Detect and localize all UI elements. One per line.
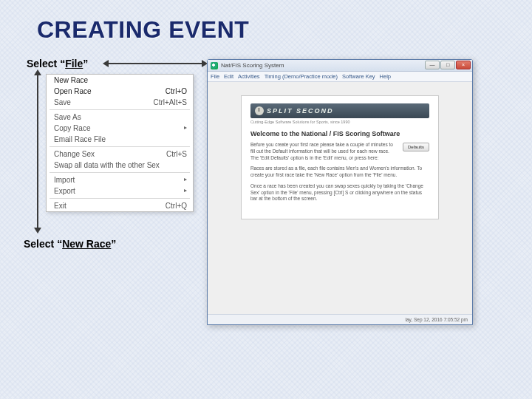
menu-item[interactable]: ExitCtrl+Q [47,200,193,211]
menu-item[interactable]: Save As [47,112,193,123]
menu-item[interactable]: Change SexCtrl+S [47,149,193,160]
arrow-to-file-menu [107,63,203,64]
submenu-arrow-icon: ▸ [184,124,187,132]
panel-heading: Welcome to the National / FIS Scoring So… [250,130,429,137]
arrow-to-new-race [37,74,38,229]
menu-item[interactable]: Copy Race▸ [47,123,193,134]
app-icon [211,62,218,69]
brand-banner: SPLIT SECOND [250,103,429,118]
menu-separator [50,172,190,173]
file-menu-dropdown: New Race Open RaceCtrl+O SaveCtrl+Alt+S … [46,74,194,212]
menubar-edit[interactable]: Edit [224,73,233,80]
app-window: Nat/FIS Scoring System — □ × File Edit A… [207,59,473,325]
menu-item[interactable]: Email Race File [47,134,193,145]
panel-paragraph: Before you create your first race please… [250,142,398,161]
window-minimize-button[interactable]: — [425,61,440,69]
window-title: Nat/FIS Scoring System [221,62,284,69]
menu-item[interactable]: Import▸ [47,174,193,185]
menu-item[interactable]: Open RaceCtrl+O [47,86,193,97]
clock-icon [255,106,264,115]
menu-item[interactable]: SaveCtrl+Alt+S [47,97,193,108]
app-menubar: File Edit Activities Timing (Demo/Practi… [208,72,472,82]
status-datetime: lay, Sep 12, 2016 7:05:52 pm [406,317,468,322]
brand-name: SPLIT SECOND [267,107,334,115]
menubar-activities[interactable]: Activities [238,73,260,80]
menu-separator [50,109,190,110]
instruction-select-new-race: Select “New Race” [24,238,116,250]
defaults-button[interactable]: Defaults [403,143,429,151]
menu-item[interactable]: Export▸ [47,185,193,197]
window-titlebar[interactable]: Nat/FIS Scoring System — □ × [208,60,472,72]
menu-separator [50,198,190,199]
menu-item[interactable]: New Race [47,75,193,86]
page-title: CREATING EVENT [37,16,249,44]
menubar-software-key[interactable]: Software Key [342,73,375,80]
panel-paragraph: Once a race has been created you can swa… [250,183,429,202]
menubar-timing[interactable]: Timing (Demo/Practice mode) [265,73,338,80]
brand-tagline: Cutting-Edge Software Solutions for Spor… [250,120,429,124]
menubar-file[interactable]: File [211,73,219,80]
submenu-arrow-icon: ▸ [184,176,187,184]
menu-separator [50,146,190,147]
instruction-select-file: Select “File” [27,58,88,69]
menu-item[interactable]: Swap all data with the other Sex [47,160,193,171]
submenu-arrow-icon: ▸ [184,187,187,195]
window-maximize-button[interactable]: □ [440,61,455,69]
status-bar[interactable]: lay, Sep 12, 2016 7:05:52 pm [208,314,472,324]
menubar-help[interactable]: Help [380,73,391,80]
window-close-button[interactable]: × [456,61,471,69]
panel-paragraph: Races are stored as a file, each file co… [250,166,429,179]
